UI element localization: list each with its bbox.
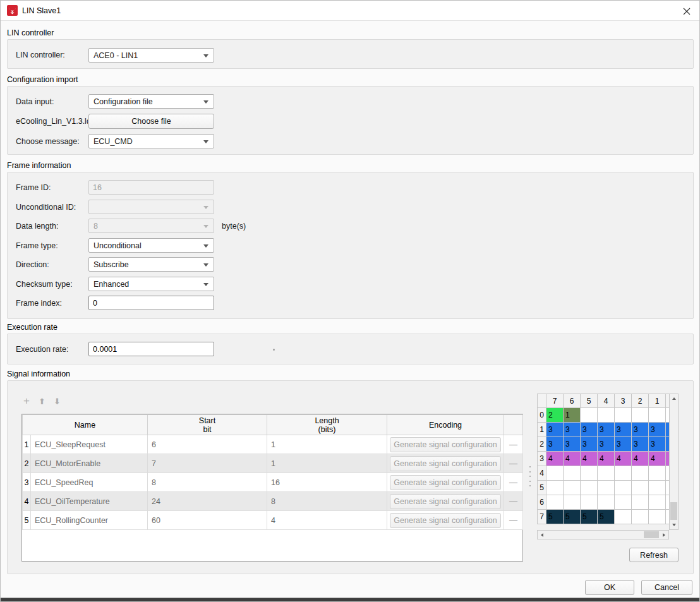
encoding-cell: Generate signal configuration [387,435,504,454]
bit-cell: 3 [632,423,649,437]
start-bit-cell[interactable]: 8 [148,473,267,492]
bit-cell [581,495,598,510]
generate-signal-config-button[interactable]: Generate signal configuration [390,437,501,452]
unconditional-id-select[interactable] [88,200,214,214]
bit-cell: 3 [649,423,666,437]
signal-table: Name Start bit Length (bits) Encoding 1E… [22,414,523,530]
length-cell[interactable]: 8 [267,492,387,511]
grid-col-header: 6 [564,394,581,408]
bit-cell [546,481,564,495]
grid-body: 02113333333233333333444444445675555 [538,408,670,524]
grid-row: 75555 [538,510,670,524]
bit-cell: 4 [581,452,598,466]
remove-signal-button[interactable]: — [504,492,523,511]
ok-button[interactable]: OK [585,580,634,595]
bit-cell [632,510,649,524]
bit-cell: 3 [564,437,581,452]
lin-controller-select[interactable]: ACE0 - LIN1 [88,48,214,63]
title-bar[interactable]: LIN Slave1 [1,1,699,21]
length-cell[interactable]: 4 [267,511,387,530]
bit-cell: 2 [546,408,564,423]
signal-name-cell[interactable]: ECU_SpeedReq [31,473,148,492]
scroll-up-icon[interactable] [670,394,678,403]
start-bit-cell[interactable]: 6 [148,435,267,454]
bit-grid-table: 7654321 02113333333233333333444444445675… [537,394,670,524]
grid-col-header: 5 [581,394,598,408]
choose-message-select[interactable]: ECU_CMD [88,134,214,148]
generate-signal-config-button[interactable]: Generate signal configuration [390,494,501,509]
bit-cell: 4 [546,452,564,466]
bit-cell [598,481,615,495]
checksum-type-select[interactable]: Enhanced [88,277,214,291]
scroll-thumb[interactable] [644,531,659,538]
data-length-select[interactable]: 8 [88,219,214,233]
bit-cell: 4 [615,452,632,466]
section-title-frame-information: Frame information [7,161,71,170]
cancel-button[interactable]: Cancel [641,580,692,595]
direction-select[interactable]: Subscribe [88,257,214,272]
length-cell[interactable]: 1 [267,435,387,454]
generate-signal-config-button[interactable]: Generate signal configuration [390,475,501,490]
start-bit-cell[interactable]: 7 [148,454,267,473]
bit-cell: 3 [615,423,632,437]
length-cell[interactable]: 1 [267,454,387,473]
generate-signal-config-button[interactable]: Generate signal configuration [390,513,501,528]
frame-id-input[interactable] [88,180,214,195]
remove-signal-button[interactable]: — [504,511,523,530]
frame-type-select[interactable]: Unconditional [88,238,214,253]
start-bit-cell[interactable]: 24 [148,492,267,511]
execution-rate-label: Execution rate: [16,345,68,354]
signal-name-cell[interactable]: ECU_SleepRequest [31,435,148,454]
grid-horizontal-scrollbar[interactable] [537,530,669,539]
bit-cell [564,466,581,481]
splitter-handle[interactable] [529,466,531,486]
app-icon [7,5,18,16]
bit-cell [649,408,666,423]
move-down-icon[interactable]: ⬇ [54,397,61,406]
grid-vertical-scrollbar[interactable] [669,394,679,530]
bit-cell: 3 [649,437,666,452]
signal-name-cell[interactable]: ECU_MotorEnable [31,454,148,473]
data-length-suffix: byte(s) [222,222,246,231]
bit-cell: 5 [598,510,615,524]
col-header-encoding: Encoding [387,415,504,435]
chevron-down-icon [203,283,208,286]
bit-cell [632,408,649,423]
bit-cell: 4 [649,452,666,466]
scroll-left-icon[interactable] [538,531,546,539]
bit-cell [581,466,598,481]
refresh-button[interactable]: Refresh [629,548,679,562]
data-length-label: Data length: [16,222,58,231]
bit-cell: 3 [632,437,649,452]
frame-index-input[interactable] [88,296,214,310]
start-bit-cell[interactable]: 60 [148,511,267,530]
scroll-right-icon[interactable] [660,531,668,539]
remove-signal-button[interactable]: — [504,435,523,454]
bit-cell [615,510,632,524]
signal-name-cell[interactable]: ECU_OilTemperature [31,492,148,511]
choose-file-button[interactable]: Choose file [88,114,214,129]
grid-row-header: 4 [538,466,546,481]
generate-signal-config-button[interactable]: Generate signal configuration [390,456,501,471]
grid-row-header: 3 [538,452,546,466]
selected-value: Subscribe [94,260,129,269]
data-input-select[interactable]: Configuration file [88,94,214,109]
grid-row: 13333333 [538,423,670,437]
selected-value: Configuration file [94,97,153,106]
bit-cell [598,408,615,423]
move-up-icon[interactable]: ⬆ [39,397,45,406]
close-icon[interactable] [681,6,692,16]
add-signal-icon[interactable]: + [23,395,30,407]
length-cell[interactable]: 16 [267,473,387,492]
execution-rate-input[interactable] [88,342,214,356]
table-row: 4ECU_OilTemperature248Generate signal co… [23,492,523,511]
bit-cell [649,495,666,510]
scroll-down-icon[interactable] [670,521,678,529]
selected-value: Unconditional [94,241,142,250]
remove-signal-button[interactable]: — [504,454,523,473]
row-index: 5 [23,511,31,530]
signal-name-cell[interactable]: ECU_RollingCounter [31,511,148,530]
bit-cell [598,466,615,481]
remove-signal-button[interactable]: — [504,473,523,492]
scroll-thumb[interactable] [670,502,677,520]
